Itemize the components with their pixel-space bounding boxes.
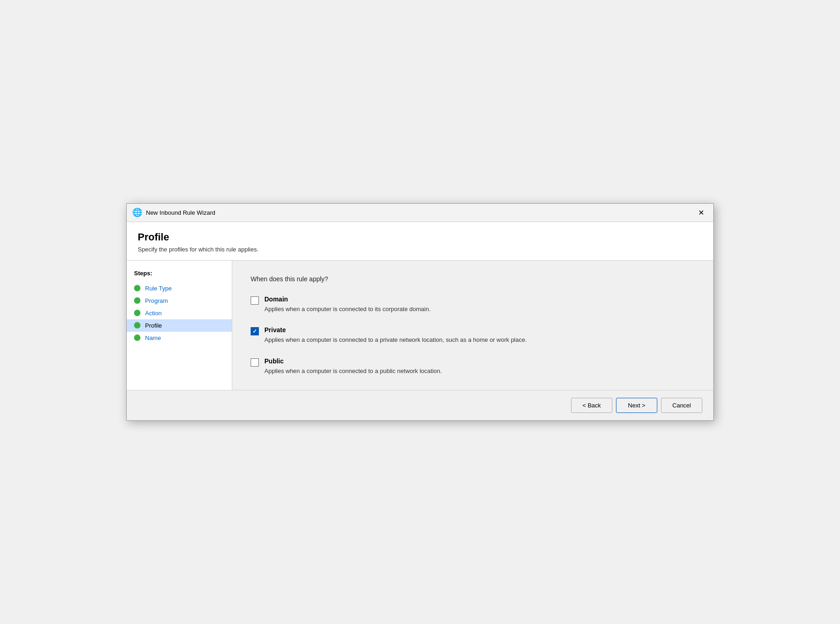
option-row-public: Public Applies when a computer is connec… [251, 357, 695, 376]
step-dot-program [134, 297, 140, 304]
sidebar-item-program[interactable]: Program [127, 295, 232, 307]
option-title-public: Public [264, 357, 442, 365]
footer: < Back Next > Cancel [127, 390, 713, 420]
option-row-domain: Domain Applies when a computer is connec… [251, 295, 695, 314]
wizard-window: 🌐 New Inbound Rule Wizard ✕ Profile Spec… [126, 203, 714, 421]
sidebar-item-rule-type[interactable]: Rule Type [127, 282, 232, 295]
option-content-private: Private Applies when a computer is conne… [264, 326, 527, 345]
titlebar-left: 🌐 New Inbound Rule Wizard [132, 207, 215, 217]
next-button[interactable]: Next > [616, 398, 657, 413]
sidebar-item-action[interactable]: Action [127, 307, 232, 319]
header-section: Profile Specify the profiles for which t… [127, 222, 713, 261]
checkbox-public[interactable] [251, 358, 259, 367]
page-subtitle: Specify the profiles for which this rule… [138, 246, 702, 253]
close-button[interactable]: ✕ [694, 207, 708, 218]
step-dot-profile [134, 322, 140, 329]
sidebar-item-profile[interactable]: Profile [127, 319, 232, 332]
back-button[interactable]: < Back [571, 398, 612, 413]
step-dot-rule-type [134, 285, 140, 291]
sidebar-item-label-action: Action [145, 310, 162, 317]
content-area: Steps: Rule Type Program Action Profile … [127, 261, 713, 390]
question-text: When does this rule apply? [251, 275, 695, 283]
step-dot-action [134, 310, 140, 316]
sidebar-item-label-name: Name [145, 334, 161, 341]
option-desc-domain: Applies when a computer is connected to … [264, 305, 431, 314]
sidebar-item-name[interactable]: Name [127, 332, 232, 344]
option-title-domain: Domain [264, 295, 431, 303]
sidebar-item-label-program: Program [145, 297, 168, 304]
main-panel: When does this rule apply? Domain Applie… [232, 261, 713, 390]
option-row-private: Private Applies when a computer is conne… [251, 326, 695, 345]
options-area: Domain Applies when a computer is connec… [251, 295, 695, 376]
sidebar: Steps: Rule Type Program Action Profile … [127, 261, 232, 390]
option-title-private: Private [264, 326, 527, 334]
option-content-domain: Domain Applies when a computer is connec… [264, 295, 431, 314]
sidebar-item-label-rule-type: Rule Type [145, 285, 172, 292]
option-content-public: Public Applies when a computer is connec… [264, 357, 442, 376]
sidebar-item-label-profile: Profile [145, 322, 162, 329]
option-desc-private: Applies when a computer is connected to … [264, 335, 527, 345]
step-dot-name [134, 334, 140, 341]
cancel-button[interactable]: Cancel [661, 398, 702, 413]
titlebar: 🌐 New Inbound Rule Wizard ✕ [127, 204, 713, 222]
checkbox-domain[interactable] [251, 296, 259, 305]
page-title: Profile [138, 231, 702, 243]
steps-label: Steps: [127, 270, 232, 282]
window-title: New Inbound Rule Wizard [146, 209, 215, 216]
checkbox-private[interactable] [251, 327, 259, 335]
window-icon: 🌐 [132, 207, 142, 217]
option-desc-public: Applies when a computer is connected to … [264, 367, 442, 376]
